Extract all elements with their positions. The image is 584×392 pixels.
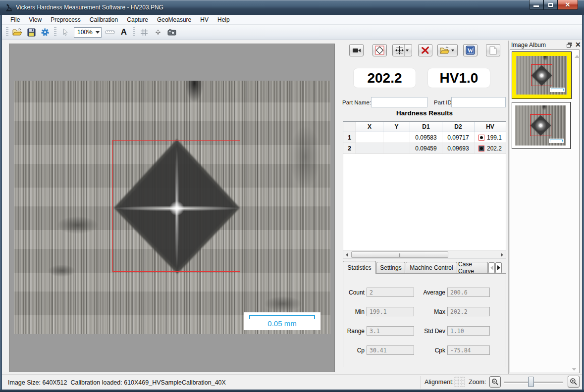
col-header-d1[interactable]: D1 xyxy=(410,122,442,132)
range-field xyxy=(367,326,414,336)
cpk-label: Cpk xyxy=(411,347,445,354)
indent-thumbnail-icon xyxy=(478,146,484,151)
new-blank-button[interactable] xyxy=(486,44,500,56)
toolbar-grip[interactable] xyxy=(6,27,8,37)
delete-result-button[interactable] xyxy=(418,44,432,56)
restore-icon xyxy=(548,3,553,7)
tab-scroll-left-button[interactable] xyxy=(488,262,495,273)
detect-indent-button[interactable] xyxy=(372,44,387,56)
settings-button[interactable] xyxy=(39,26,52,38)
tab-statistics[interactable]: Statistics xyxy=(343,261,376,274)
open-image-button[interactable] xyxy=(437,44,458,56)
measure-arrows-icon xyxy=(395,46,404,55)
part-name-input[interactable] xyxy=(371,97,427,107)
album-thumbnail[interactable] xyxy=(512,102,571,149)
zoom-label: Zoom: xyxy=(469,379,486,386)
delete-x-icon xyxy=(421,46,429,54)
menu-preprocess[interactable]: Preprocess xyxy=(46,15,85,24)
tab-settings[interactable]: Settings xyxy=(376,262,405,273)
micrograph-image[interactable]: 0.05 mm xyxy=(14,81,330,334)
col-header-y[interactable]: Y xyxy=(383,122,410,132)
zoom-level-value: 100% xyxy=(74,29,94,36)
min-field xyxy=(367,307,414,316)
auto-measure-button[interactable] xyxy=(392,44,412,56)
triangle-right-icon xyxy=(501,253,503,257)
minimize-icon xyxy=(533,5,539,7)
table-row[interactable]: 1 0.09583 0.09717 199.1 xyxy=(343,132,506,143)
microscope-icon xyxy=(4,3,13,12)
toolbar-grip[interactable] xyxy=(54,27,56,37)
scale-bar-bracket xyxy=(249,315,315,319)
part-name-label: Part Name: xyxy=(342,99,371,105)
album-scroll-up-icon[interactable] xyxy=(575,55,580,58)
table-horizontal-scrollbar[interactable] xyxy=(343,250,506,258)
average-field xyxy=(447,288,490,297)
grid-overlay-button[interactable] xyxy=(138,26,151,38)
menu-view[interactable]: View xyxy=(24,15,46,24)
zoom-in-button[interactable] xyxy=(568,376,580,388)
thumbnail-scale-bar xyxy=(549,139,564,143)
tab-case-curve[interactable]: Case Curve xyxy=(458,262,488,273)
cp-label: Cp xyxy=(330,347,365,354)
menu-capture[interactable]: Capture xyxy=(122,15,153,24)
tab-machine-control[interactable]: Machine Control xyxy=(406,262,457,273)
scroll-left-arrow[interactable] xyxy=(343,251,351,258)
text-annotation-button[interactable]: A xyxy=(117,26,130,38)
menu-help[interactable]: Help xyxy=(213,15,234,24)
part-id-label: Part ID: xyxy=(434,99,453,105)
part-id-input[interactable] xyxy=(451,97,506,107)
album-thumbnail-selected[interactable] xyxy=(512,51,572,99)
cell-d1: 0.09459 xyxy=(410,143,442,153)
cp-field xyxy=(367,345,414,355)
zoom-out-button[interactable] xyxy=(489,376,501,388)
cell-x xyxy=(356,132,383,143)
count-label: Count xyxy=(330,289,365,296)
restore-button[interactable] xyxy=(543,0,557,10)
menu-geomeasure[interactable]: GeoMeasure xyxy=(153,15,196,24)
float-panel-icon[interactable] xyxy=(567,43,572,48)
image-viewer[interactable]: 0.05 mm xyxy=(9,44,335,372)
open-file-button[interactable] xyxy=(11,26,24,38)
measure-tool-button[interactable] xyxy=(104,26,116,38)
stddev-label: Std Dev xyxy=(411,328,445,335)
cell-y xyxy=(383,132,410,143)
scale-bar-label: 0.05 mm xyxy=(244,319,320,328)
open-image-dropdown[interactable] xyxy=(450,45,456,56)
auto-measure-dropdown[interactable] xyxy=(404,45,410,56)
tab-scroll-right-button[interactable] xyxy=(495,262,502,273)
col-header-hv[interactable]: HV xyxy=(475,122,506,132)
center-target-button[interactable] xyxy=(152,26,164,38)
close-panel-icon[interactable]: ✕ xyxy=(575,41,581,48)
table-row[interactable]: 2 0.09459 0.09693 202.2 xyxy=(343,143,506,154)
zoom-in-icon xyxy=(570,378,578,386)
col-header-rownum xyxy=(343,122,356,132)
menu-bar: File View Preprocess Calibration Capture… xyxy=(2,15,582,25)
scroll-right-arrow[interactable] xyxy=(498,251,506,258)
cell-d2: 0.09693 xyxy=(442,143,475,153)
close-button[interactable]: ✕ xyxy=(557,0,578,10)
menu-file[interactable]: File xyxy=(6,15,24,24)
album-scroll-down-icon[interactable] xyxy=(572,368,577,371)
gear-icon xyxy=(41,28,50,37)
zoom-level-combo[interactable]: 100% xyxy=(74,27,102,38)
snapshot-button[interactable] xyxy=(165,26,178,38)
blank-document-icon xyxy=(489,46,497,55)
alignment-grid-icon[interactable] xyxy=(454,377,465,387)
main-toolbar: 100% A xyxy=(2,25,582,40)
zoom-slider-handle[interactable] xyxy=(528,377,534,387)
scrollbar-thumb[interactable] xyxy=(351,251,448,258)
menu-hv[interactable]: HV xyxy=(196,15,213,24)
col-header-x[interactable]: X xyxy=(356,122,383,132)
select-cursor-button[interactable] xyxy=(59,26,72,38)
word-report-button[interactable]: W xyxy=(463,44,478,56)
save-button[interactable] xyxy=(25,26,38,38)
thumbnail-image xyxy=(515,105,566,146)
statusbar-divider xyxy=(420,376,421,389)
minimize-button[interactable] xyxy=(529,0,543,10)
toolbar-grip[interactable] xyxy=(133,27,135,37)
menu-calibration[interactable]: Calibration xyxy=(85,15,122,24)
live-video-button[interactable] xyxy=(349,44,364,56)
zoom-combo-dropdown[interactable] xyxy=(94,28,101,37)
results-title: Hardness Results xyxy=(343,109,506,117)
col-header-d2[interactable]: D2 xyxy=(442,122,475,132)
